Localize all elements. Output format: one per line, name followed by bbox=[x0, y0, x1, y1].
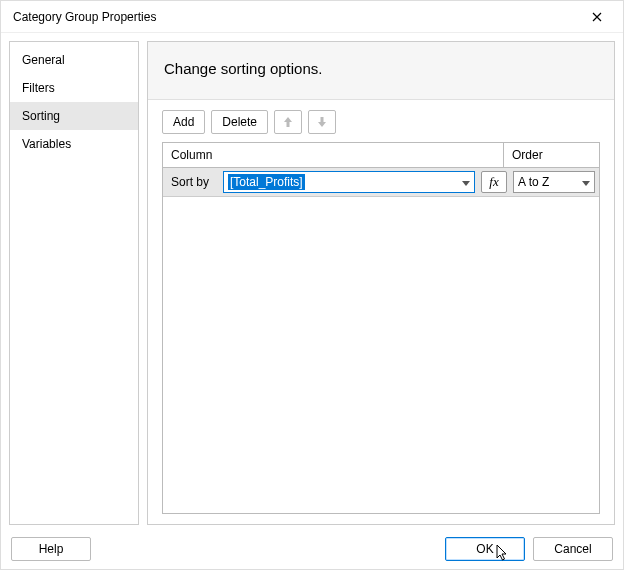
chevron-down-icon bbox=[462, 175, 470, 189]
close-button[interactable] bbox=[579, 3, 615, 31]
order-combo[interactable]: A to Z bbox=[513, 171, 595, 193]
dialog-title: Category Group Properties bbox=[13, 10, 156, 24]
cursor-icon bbox=[496, 544, 510, 565]
cancel-button[interactable]: Cancel bbox=[533, 537, 613, 561]
sidebar-item-filters[interactable]: Filters bbox=[10, 74, 138, 102]
arrow-down-icon bbox=[317, 116, 327, 128]
sidebar-item-variables[interactable]: Variables bbox=[10, 130, 138, 158]
order-value: A to Z bbox=[518, 175, 549, 189]
move-down-button[interactable] bbox=[308, 110, 336, 134]
titlebar: Category Group Properties bbox=[1, 1, 623, 33]
ok-label: OK bbox=[476, 542, 493, 556]
sidebar: General Filters Sorting Variables bbox=[9, 41, 139, 525]
column-header: Column bbox=[163, 143, 503, 167]
dialog-body: General Filters Sorting Variables Change… bbox=[1, 33, 623, 533]
dialog-footer: Help OK Cancel bbox=[1, 533, 623, 569]
delete-button[interactable]: Delete bbox=[211, 110, 268, 134]
arrow-up-icon bbox=[283, 116, 293, 128]
chevron-down-icon bbox=[582, 175, 590, 189]
sidebar-item-general[interactable]: General bbox=[10, 46, 138, 74]
dialog: Category Group Properties General Filter… bbox=[0, 0, 624, 570]
sort-grid: Column Order Sort by [Total_Profits] fx bbox=[162, 142, 600, 514]
help-button[interactable]: Help bbox=[11, 537, 91, 561]
sidebar-item-sorting[interactable]: Sorting bbox=[10, 102, 138, 130]
order-header: Order bbox=[503, 143, 599, 167]
expression-button[interactable]: fx bbox=[481, 171, 507, 193]
move-up-button[interactable] bbox=[274, 110, 302, 134]
main-panel: Change sorting options. Add Delete Colum… bbox=[147, 41, 615, 525]
grid-body bbox=[163, 197, 599, 513]
sortby-label: Sort by bbox=[171, 175, 217, 189]
sort-expression-combo[interactable]: [Total_Profits] bbox=[223, 171, 475, 193]
add-button[interactable]: Add bbox=[162, 110, 205, 134]
fx-icon: fx bbox=[489, 174, 498, 190]
sort-expression-value: [Total_Profits] bbox=[228, 174, 305, 190]
close-icon bbox=[592, 12, 602, 22]
toolbar: Add Delete bbox=[162, 110, 600, 134]
ok-button[interactable]: OK bbox=[445, 537, 525, 561]
main-content: Add Delete Column Order Sort by bbox=[148, 100, 614, 524]
section-title: Change sorting options. bbox=[148, 42, 614, 100]
sort-row: Sort by [Total_Profits] fx A to Z bbox=[163, 168, 599, 197]
grid-header: Column Order bbox=[163, 143, 599, 168]
